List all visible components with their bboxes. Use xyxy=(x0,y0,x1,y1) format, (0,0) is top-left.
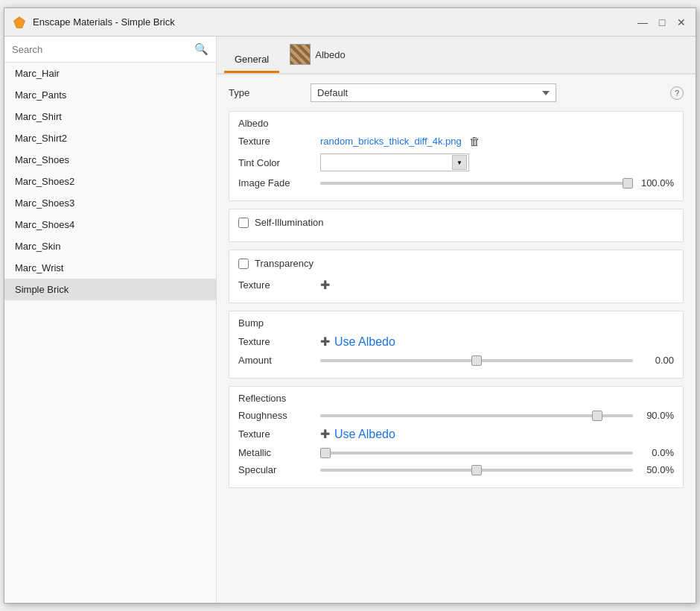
list-item[interactable]: Marc_Pants xyxy=(4,84,216,106)
list-item[interactable]: Marc_Shoes3 xyxy=(4,192,216,214)
bump-amount-slider[interactable] xyxy=(320,359,633,362)
list-item[interactable]: Marc_Skin xyxy=(4,235,216,257)
self-illumination-label: Self-Illumination xyxy=(255,217,324,228)
add-texture-icon: ✚ xyxy=(320,278,330,292)
self-illumination-checkbox[interactable] xyxy=(238,218,249,228)
transparency-texture-row: Texture ✚ xyxy=(238,278,674,292)
specular-row: Specular 50.0% xyxy=(238,464,674,475)
specular-label: Specular xyxy=(238,464,320,475)
transparency-row: Transparency xyxy=(238,255,674,272)
type-select[interactable]: Default Foliage Grass Water xyxy=(311,83,556,102)
albedo-thumb xyxy=(290,44,311,65)
bump-use-albedo[interactable]: ✚ Use Albedo xyxy=(320,335,395,349)
image-fade-slider[interactable] xyxy=(320,182,633,185)
type-row: Type Default Foliage Grass Water ? xyxy=(229,83,684,102)
transparency-label: Transparency xyxy=(255,258,314,269)
minimize-button[interactable]: — xyxy=(636,16,649,29)
reflections-use-albedo-link[interactable]: Use Albedo xyxy=(334,428,395,441)
list-item[interactable]: Marc_Wrist xyxy=(4,257,216,279)
bump-texture-row: Texture ✚ Use Albedo xyxy=(238,335,674,349)
sidebar: 🔍 Marc_Hair Marc_Pants Marc_Shirt Marc_S… xyxy=(4,37,217,603)
specular-value: 50.0% xyxy=(633,464,674,475)
close-button[interactable]: ✕ xyxy=(675,16,688,29)
list-item[interactable]: Marc_Shirt2 xyxy=(4,127,216,149)
window-title: Enscape Materials - Simple Brick xyxy=(33,16,636,28)
list-item[interactable]: Marc_Shoes2 xyxy=(4,171,216,192)
specular-slider[interactable] xyxy=(320,469,633,472)
search-icon: 🔍 xyxy=(194,42,209,56)
albedo-section-title: Albedo xyxy=(238,118,674,129)
roughness-value: 90.0% xyxy=(633,410,674,421)
bump-texture-label: Texture xyxy=(238,336,320,347)
tab-general[interactable]: General xyxy=(224,46,279,73)
panel-body: Type Default Foliage Grass Water ? Albed… xyxy=(217,75,696,603)
albedo-section: Albedo Texture random_bricks_thick_diff_… xyxy=(229,111,684,201)
bump-amount-value: 0.00 xyxy=(633,355,674,366)
tab-albedo-label: Albedo xyxy=(315,49,345,60)
metallic-row: Metallic 0.0% xyxy=(238,447,674,458)
reflections-section: Reflections Roughness 90.0% Texture ✚ xyxy=(229,386,684,488)
reflections-texture-row: Texture ✚ Use Albedo xyxy=(238,427,674,441)
reflections-section-title: Reflections xyxy=(238,393,674,404)
albedo-texture-row: Texture random_bricks_thick_diff_4k.png … xyxy=(238,135,674,148)
bump-use-albedo-link[interactable]: Use Albedo xyxy=(334,335,395,349)
metallic-slider-container: 0.0% xyxy=(320,447,674,458)
reflections-texture-label: Texture xyxy=(238,428,320,440)
roughness-row: Roughness 90.0% xyxy=(238,410,674,421)
image-fade-row: Image Fade 100.0% xyxy=(238,177,674,189)
search-bar: 🔍 xyxy=(4,37,216,63)
tab-general-label: General xyxy=(235,54,269,65)
title-bar: Enscape Materials - Simple Brick — □ ✕ xyxy=(4,8,696,37)
bump-amount-row: Amount 0.00 xyxy=(238,355,674,366)
roughness-label: Roughness xyxy=(238,410,320,421)
image-fade-value: 100.0% xyxy=(633,177,674,189)
roughness-slider-container: 90.0% xyxy=(320,410,674,421)
bump-amount-slider-container: 0.00 xyxy=(320,355,674,366)
list-item[interactable]: Marc_Hair xyxy=(4,63,216,84)
reflections-use-albedo[interactable]: ✚ Use Albedo xyxy=(320,427,395,441)
window-controls: — □ ✕ xyxy=(636,16,688,29)
list-item[interactable]: Marc_Shirt xyxy=(4,106,216,127)
transparency-texture-add[interactable]: ✚ xyxy=(320,278,330,292)
roughness-slider[interactable] xyxy=(320,414,633,417)
bump-add-icon: ✚ xyxy=(320,335,330,349)
self-illumination-row: Self-Illumination xyxy=(238,214,674,231)
help-icon[interactable]: ? xyxy=(670,86,684,100)
list-item-simple-brick[interactable]: Simple Brick xyxy=(4,279,216,300)
albedo-texture-link[interactable]: random_bricks_thick_diff_4k.png xyxy=(320,136,462,147)
transparency-section: Transparency Texture ✚ xyxy=(229,250,684,303)
maximize-button[interactable]: □ xyxy=(655,16,669,29)
tint-color-box[interactable]: ▼ xyxy=(320,153,469,171)
bump-section: Bump Texture ✚ Use Albedo Amount 0.00 xyxy=(229,311,684,379)
metallic-label: Metallic xyxy=(238,447,320,458)
delete-texture-icon[interactable]: 🗑 xyxy=(469,135,480,148)
albedo-texture-label: Texture xyxy=(238,136,320,147)
material-list: Marc_Hair Marc_Pants Marc_Shirt Marc_Shi… xyxy=(4,63,216,603)
metallic-value: 0.0% xyxy=(633,447,674,458)
tab-albedo[interactable]: Albedo xyxy=(279,37,355,73)
main-content: 🔍 Marc_Hair Marc_Pants Marc_Shirt Marc_S… xyxy=(4,37,696,603)
bump-section-title: Bump xyxy=(238,317,674,329)
search-input[interactable] xyxy=(12,44,194,55)
color-dropdown-button[interactable]: ▼ xyxy=(452,155,467,170)
tint-color-row: Tint Color ▼ xyxy=(238,153,674,171)
right-panel: General Albedo Type Default Foliage Gras… xyxy=(217,37,696,603)
transparency-texture-label: Texture xyxy=(238,279,320,291)
image-fade-slider-container: 100.0% xyxy=(320,177,674,189)
self-illumination-section: Self-Illumination xyxy=(229,209,684,242)
specular-slider-container: 50.0% xyxy=(320,464,674,475)
list-item[interactable]: Marc_Shoes4 xyxy=(4,214,216,235)
type-label: Type xyxy=(229,87,311,98)
reflections-add-icon: ✚ xyxy=(320,427,330,441)
app-icon xyxy=(12,15,27,30)
tab-bar: General Albedo xyxy=(217,37,696,75)
metallic-slider[interactable] xyxy=(320,452,633,455)
transparency-checkbox[interactable] xyxy=(238,259,249,269)
tint-color-label: Tint Color xyxy=(238,157,320,168)
app-window: Enscape Materials - Simple Brick — □ ✕ 🔍… xyxy=(4,7,696,604)
list-item[interactable]: Marc_Shoes xyxy=(4,149,216,171)
image-fade-label: Image Fade xyxy=(238,177,320,189)
bump-amount-label: Amount xyxy=(238,355,320,366)
